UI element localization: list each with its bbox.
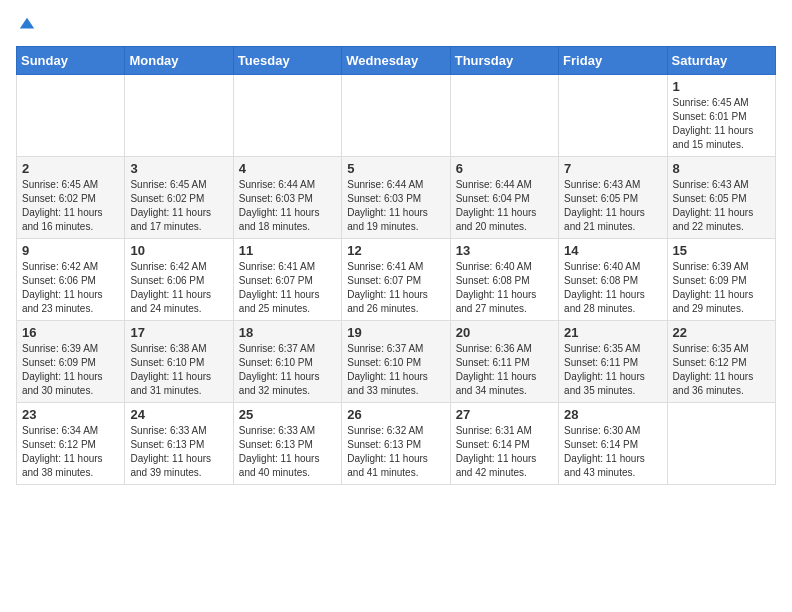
day-info: Sunrise: 6:43 AM Sunset: 6:05 PM Dayligh… <box>673 179 754 232</box>
day-info: Sunrise: 6:30 AM Sunset: 6:14 PM Dayligh… <box>564 425 645 478</box>
day-info: Sunrise: 6:39 AM Sunset: 6:09 PM Dayligh… <box>22 343 103 396</box>
day-number: 13 <box>456 243 553 258</box>
day-info: Sunrise: 6:40 AM Sunset: 6:08 PM Dayligh… <box>564 261 645 314</box>
empty-cell <box>233 75 341 157</box>
day-info: Sunrise: 6:39 AM Sunset: 6:09 PM Dayligh… <box>673 261 754 314</box>
day-info: Sunrise: 6:44 AM Sunset: 6:03 PM Dayligh… <box>347 179 428 232</box>
day-number: 22 <box>673 325 770 340</box>
day-cell-12: 12Sunrise: 6:41 AM Sunset: 6:07 PM Dayli… <box>342 239 450 321</box>
day-info: Sunrise: 6:44 AM Sunset: 6:04 PM Dayligh… <box>456 179 537 232</box>
day-info: Sunrise: 6:33 AM Sunset: 6:13 PM Dayligh… <box>130 425 211 478</box>
day-number: 20 <box>456 325 553 340</box>
day-cell-19: 19Sunrise: 6:37 AM Sunset: 6:10 PM Dayli… <box>342 321 450 403</box>
day-cell-6: 6Sunrise: 6:44 AM Sunset: 6:04 PM Daylig… <box>450 157 558 239</box>
day-number: 15 <box>673 243 770 258</box>
day-cell-2: 2Sunrise: 6:45 AM Sunset: 6:02 PM Daylig… <box>17 157 125 239</box>
day-info: Sunrise: 6:44 AM Sunset: 6:03 PM Dayligh… <box>239 179 320 232</box>
day-number: 4 <box>239 161 336 176</box>
day-info: Sunrise: 6:31 AM Sunset: 6:14 PM Dayligh… <box>456 425 537 478</box>
day-number: 25 <box>239 407 336 422</box>
day-cell-11: 11Sunrise: 6:41 AM Sunset: 6:07 PM Dayli… <box>233 239 341 321</box>
svg-marker-0 <box>20 18 34 29</box>
day-info: Sunrise: 6:38 AM Sunset: 6:10 PM Dayligh… <box>130 343 211 396</box>
day-info: Sunrise: 6:35 AM Sunset: 6:12 PM Dayligh… <box>673 343 754 396</box>
day-info: Sunrise: 6:45 AM Sunset: 6:01 PM Dayligh… <box>673 97 754 150</box>
empty-cell <box>125 75 233 157</box>
day-number: 24 <box>130 407 227 422</box>
weekday-header-row: SundayMondayTuesdayWednesdayThursdayFrid… <box>17 47 776 75</box>
day-cell-28: 28Sunrise: 6:30 AM Sunset: 6:14 PM Dayli… <box>559 403 667 485</box>
day-number: 6 <box>456 161 553 176</box>
logo <box>16 16 36 34</box>
day-number: 26 <box>347 407 444 422</box>
week-row-1: 1Sunrise: 6:45 AM Sunset: 6:01 PM Daylig… <box>17 75 776 157</box>
day-cell-27: 27Sunrise: 6:31 AM Sunset: 6:14 PM Dayli… <box>450 403 558 485</box>
day-number: 3 <box>130 161 227 176</box>
day-number: 2 <box>22 161 119 176</box>
day-info: Sunrise: 6:41 AM Sunset: 6:07 PM Dayligh… <box>347 261 428 314</box>
day-info: Sunrise: 6:45 AM Sunset: 6:02 PM Dayligh… <box>22 179 103 232</box>
day-cell-5: 5Sunrise: 6:44 AM Sunset: 6:03 PM Daylig… <box>342 157 450 239</box>
day-cell-24: 24Sunrise: 6:33 AM Sunset: 6:13 PM Dayli… <box>125 403 233 485</box>
week-row-4: 16Sunrise: 6:39 AM Sunset: 6:09 PM Dayli… <box>17 321 776 403</box>
day-info: Sunrise: 6:32 AM Sunset: 6:13 PM Dayligh… <box>347 425 428 478</box>
day-info: Sunrise: 6:35 AM Sunset: 6:11 PM Dayligh… <box>564 343 645 396</box>
day-number: 7 <box>564 161 661 176</box>
day-cell-14: 14Sunrise: 6:40 AM Sunset: 6:08 PM Dayli… <box>559 239 667 321</box>
day-cell-16: 16Sunrise: 6:39 AM Sunset: 6:09 PM Dayli… <box>17 321 125 403</box>
day-cell-1: 1Sunrise: 6:45 AM Sunset: 6:01 PM Daylig… <box>667 75 775 157</box>
day-number: 16 <box>22 325 119 340</box>
day-number: 17 <box>130 325 227 340</box>
day-info: Sunrise: 6:43 AM Sunset: 6:05 PM Dayligh… <box>564 179 645 232</box>
day-cell-21: 21Sunrise: 6:35 AM Sunset: 6:11 PM Dayli… <box>559 321 667 403</box>
weekday-header-saturday: Saturday <box>667 47 775 75</box>
day-info: Sunrise: 6:42 AM Sunset: 6:06 PM Dayligh… <box>130 261 211 314</box>
weekday-header-friday: Friday <box>559 47 667 75</box>
day-info: Sunrise: 6:33 AM Sunset: 6:13 PM Dayligh… <box>239 425 320 478</box>
weekday-header-thursday: Thursday <box>450 47 558 75</box>
day-cell-4: 4Sunrise: 6:44 AM Sunset: 6:03 PM Daylig… <box>233 157 341 239</box>
weekday-header-monday: Monday <box>125 47 233 75</box>
day-info: Sunrise: 6:45 AM Sunset: 6:02 PM Dayligh… <box>130 179 211 232</box>
day-info: Sunrise: 6:41 AM Sunset: 6:07 PM Dayligh… <box>239 261 320 314</box>
page-header <box>16 16 776 34</box>
empty-cell <box>667 403 775 485</box>
day-info: Sunrise: 6:34 AM Sunset: 6:12 PM Dayligh… <box>22 425 103 478</box>
day-info: Sunrise: 6:37 AM Sunset: 6:10 PM Dayligh… <box>239 343 320 396</box>
weekday-header-tuesday: Tuesday <box>233 47 341 75</box>
day-cell-17: 17Sunrise: 6:38 AM Sunset: 6:10 PM Dayli… <box>125 321 233 403</box>
day-number: 19 <box>347 325 444 340</box>
weekday-header-wednesday: Wednesday <box>342 47 450 75</box>
day-cell-3: 3Sunrise: 6:45 AM Sunset: 6:02 PM Daylig… <box>125 157 233 239</box>
day-number: 1 <box>673 79 770 94</box>
calendar-table: SundayMondayTuesdayWednesdayThursdayFrid… <box>16 46 776 485</box>
day-number: 5 <box>347 161 444 176</box>
day-info: Sunrise: 6:42 AM Sunset: 6:06 PM Dayligh… <box>22 261 103 314</box>
day-cell-25: 25Sunrise: 6:33 AM Sunset: 6:13 PM Dayli… <box>233 403 341 485</box>
day-number: 11 <box>239 243 336 258</box>
day-number: 12 <box>347 243 444 258</box>
day-number: 9 <box>22 243 119 258</box>
week-row-3: 9Sunrise: 6:42 AM Sunset: 6:06 PM Daylig… <box>17 239 776 321</box>
empty-cell <box>17 75 125 157</box>
week-row-2: 2Sunrise: 6:45 AM Sunset: 6:02 PM Daylig… <box>17 157 776 239</box>
empty-cell <box>559 75 667 157</box>
day-cell-18: 18Sunrise: 6:37 AM Sunset: 6:10 PM Dayli… <box>233 321 341 403</box>
day-cell-22: 22Sunrise: 6:35 AM Sunset: 6:12 PM Dayli… <box>667 321 775 403</box>
day-number: 14 <box>564 243 661 258</box>
day-number: 28 <box>564 407 661 422</box>
empty-cell <box>450 75 558 157</box>
day-number: 21 <box>564 325 661 340</box>
day-cell-9: 9Sunrise: 6:42 AM Sunset: 6:06 PM Daylig… <box>17 239 125 321</box>
logo-icon <box>18 16 36 34</box>
day-cell-7: 7Sunrise: 6:43 AM Sunset: 6:05 PM Daylig… <box>559 157 667 239</box>
day-number: 8 <box>673 161 770 176</box>
day-cell-26: 26Sunrise: 6:32 AM Sunset: 6:13 PM Dayli… <box>342 403 450 485</box>
day-cell-23: 23Sunrise: 6:34 AM Sunset: 6:12 PM Dayli… <box>17 403 125 485</box>
day-info: Sunrise: 6:37 AM Sunset: 6:10 PM Dayligh… <box>347 343 428 396</box>
weekday-header-sunday: Sunday <box>17 47 125 75</box>
empty-cell <box>342 75 450 157</box>
day-cell-13: 13Sunrise: 6:40 AM Sunset: 6:08 PM Dayli… <box>450 239 558 321</box>
day-number: 18 <box>239 325 336 340</box>
day-cell-15: 15Sunrise: 6:39 AM Sunset: 6:09 PM Dayli… <box>667 239 775 321</box>
